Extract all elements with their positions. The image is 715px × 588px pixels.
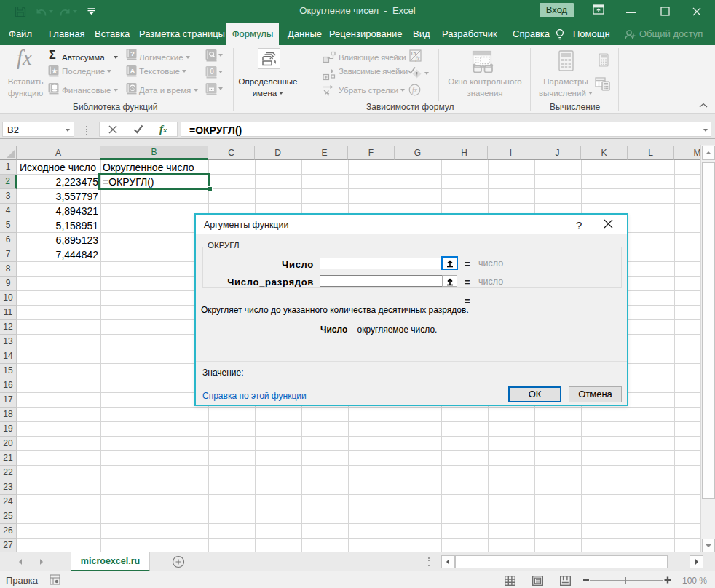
svg-text:?: ? xyxy=(130,49,135,57)
svg-text:fx: fx xyxy=(416,55,420,62)
svg-text:A: A xyxy=(130,67,135,75)
svg-text:θ: θ xyxy=(210,68,214,76)
svg-text:fx: fx xyxy=(412,87,418,94)
svg-text:★: ★ xyxy=(52,67,58,75)
